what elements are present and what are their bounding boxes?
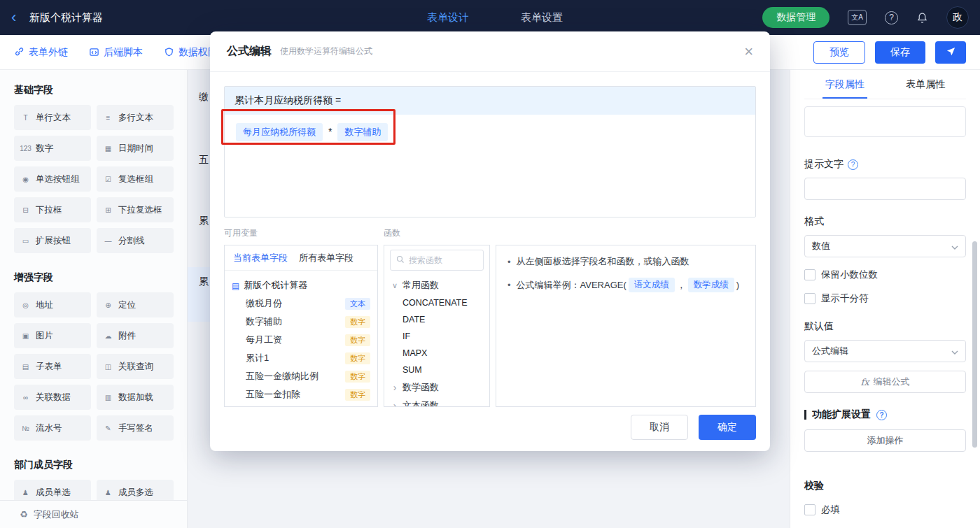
function-item[interactable]: SUM (384, 362, 489, 378)
field-recycle-bin[interactable]: 字段回收站 (0, 500, 187, 528)
checkbox-row[interactable]: 必填 (804, 504, 966, 516)
field-type-label: 单选按钮组 (36, 173, 80, 185)
variable-field-item[interactable]: 累计1 数字 (232, 349, 370, 367)
help-text: 公式编辑举例：AVERAGE( (517, 279, 626, 292)
field-type-item[interactable]: — 分割线 (97, 228, 174, 253)
field-type-item[interactable]: ⊕ 定位 (97, 292, 174, 317)
default-select-value: 公式编辑 (812, 345, 848, 357)
data-manage-button[interactable]: 数据管理 (762, 7, 830, 28)
add-operation-button[interactable]: 添加操作 (804, 429, 966, 452)
close-icon[interactable] (744, 44, 753, 59)
field-type-item[interactable]: 123 数字 (14, 136, 91, 161)
field-type-icon: ♟ (20, 489, 31, 497)
checkbox[interactable] (804, 293, 816, 304)
share-button[interactable] (935, 41, 966, 64)
field-type-icon: ☑ (102, 176, 114, 183)
preview-button[interactable]: 预览 (813, 41, 865, 64)
question-icon[interactable] (848, 159, 858, 170)
checkbox-row[interactable]: 保留小数位数 (804, 269, 966, 281)
field-type-item[interactable]: ▤ 子表单 (14, 354, 91, 379)
back-icon[interactable] (11, 10, 27, 25)
tree-root-form[interactable]: 新版个税计算器 (232, 276, 370, 294)
question-icon[interactable] (876, 410, 887, 420)
tab-current-form-fields[interactable]: 当前表单字段 (233, 252, 288, 264)
function-group-common[interactable]: 常用函数 (384, 276, 489, 294)
field-type-item[interactable]: ☑ 复选框组 (97, 166, 174, 192)
function-item[interactable]: CONCATENATE (384, 294, 489, 311)
field-type-item[interactable]: ☁ 附件 (97, 323, 174, 348)
field-type-item[interactable]: T 单行文本 (14, 105, 91, 130)
field-type-item[interactable]: ⊞ 下拉复选框 (97, 197, 174, 222)
checkbox[interactable] (804, 269, 816, 280)
field-type-item[interactable]: ▣ 图片 (14, 323, 91, 348)
field-type-badge: 数字 (345, 389, 370, 401)
checkbox-row[interactable]: 显示千分符 (804, 292, 966, 305)
help-icon[interactable] (885, 11, 898, 24)
share-icon (946, 46, 956, 59)
canvas-field-label: 五 (199, 154, 209, 166)
format-select[interactable]: 数值 (804, 235, 966, 257)
label-text: 格式 (804, 215, 824, 228)
formula-token[interactable]: 数字辅助 (337, 123, 388, 141)
formula-token[interactable]: * (328, 126, 332, 137)
field-description-input[interactable] (804, 106, 966, 137)
variable-field-item[interactable]: 数字辅助 数字 (232, 313, 370, 331)
variable-field-item[interactable]: 缴税月份 文本 (232, 294, 370, 313)
formula-input-area[interactable]: 每月应纳税所得额 * 数字辅助 (225, 115, 755, 217)
function-group-text[interactable]: 文本函数 (384, 397, 489, 407)
field-type-item[interactable]: ∞ 关联数据 (14, 385, 91, 410)
nav-tabs: 表单设计 表单设置 (427, 0, 563, 35)
navbar-actions: 数据管理 文A 政 (762, 6, 969, 29)
field-type-item[interactable]: ✎ 手写签名 (97, 415, 174, 441)
save-button[interactable]: 保存 (875, 41, 925, 64)
checkbox-label: 显示千分符 (821, 292, 869, 305)
function-search[interactable] (390, 250, 484, 271)
field-type-label: 定位 (118, 299, 136, 311)
default-value-select[interactable]: 公式编辑 (804, 340, 966, 362)
tab-field-properties[interactable]: 字段属性 (804, 70, 886, 99)
tab-all-form-fields[interactable]: 所有表单字段 (299, 252, 354, 264)
field-type-item[interactable]: ≡ 多行文本 (97, 105, 174, 130)
section-title: 部门成员字段 (14, 459, 173, 471)
field-type-label: 附件 (118, 330, 136, 342)
function-item[interactable]: IF (384, 328, 489, 345)
function-item[interactable]: MAPX (384, 345, 489, 362)
confirm-button[interactable]: 确定 (699, 415, 756, 440)
field-type-item[interactable]: ⊟ 下拉框 (14, 197, 91, 222)
field-type-icon: ⊕ (102, 301, 114, 309)
tab-form-properties[interactable]: 表单属性 (886, 70, 967, 99)
field-type-item[interactable]: ◉ 单选按钮组 (14, 166, 91, 192)
field-type-item[interactable]: ◫ 关联查询 (97, 354, 174, 379)
field-type-item[interactable]: ▥ 数据加载 (97, 385, 174, 410)
field-type-item[interactable]: № 流水号 (14, 415, 91, 441)
field-type-item[interactable]: ▭ 扩展按钮 (14, 228, 91, 253)
search-input[interactable] (409, 255, 477, 265)
field-type-label: 子表单 (36, 361, 62, 373)
edit-formula-button[interactable]: fx 编辑公式 (804, 371, 966, 393)
cancel-button[interactable]: 取消 (631, 415, 688, 440)
variable-field-item[interactable]: 五险一金扣除 数字 (232, 385, 370, 404)
hint-text-input[interactable] (804, 178, 966, 200)
field-type-item[interactable]: ◎ 地址 (14, 292, 91, 317)
variable-field-item[interactable]: 每月工资 数字 (232, 331, 370, 349)
toolbar-item-form-external-link[interactable]: 表单外链 (14, 46, 68, 59)
bell-icon[interactable] (916, 12, 928, 24)
toolbar-item-backend-script[interactable]: 后端脚本 (89, 46, 143, 59)
formula-token[interactable]: 每月应纳税所得额 (236, 123, 323, 141)
functions-panel: 常用函数 CONCATENATE DATE IF MAPX SUM (384, 245, 490, 407)
field-name: 累计1 (246, 352, 345, 364)
tab-form-design[interactable]: 表单设计 (427, 11, 469, 24)
translate-icon[interactable]: 文A (848, 10, 867, 25)
avatar[interactable]: 政 (946, 6, 969, 29)
function-group-math[interactable]: 数学函数 (384, 378, 489, 397)
tab-form-settings[interactable]: 表单设置 (521, 11, 563, 24)
variable-field-item[interactable]: 五险一金缴纳比例 数字 (232, 367, 370, 385)
scrollbar-thumb[interactable] (972, 241, 977, 448)
chevron-down-icon (951, 241, 958, 252)
field-type-icon: T (20, 114, 31, 122)
function-item[interactable]: DATE (384, 311, 489, 328)
checkbox[interactable] (804, 504, 816, 515)
field-type-item[interactable]: ▦ 日期时间 (97, 136, 174, 161)
edit-formula-label: 编辑公式 (874, 376, 910, 388)
checkbox-label: 保留小数位数 (821, 269, 878, 281)
